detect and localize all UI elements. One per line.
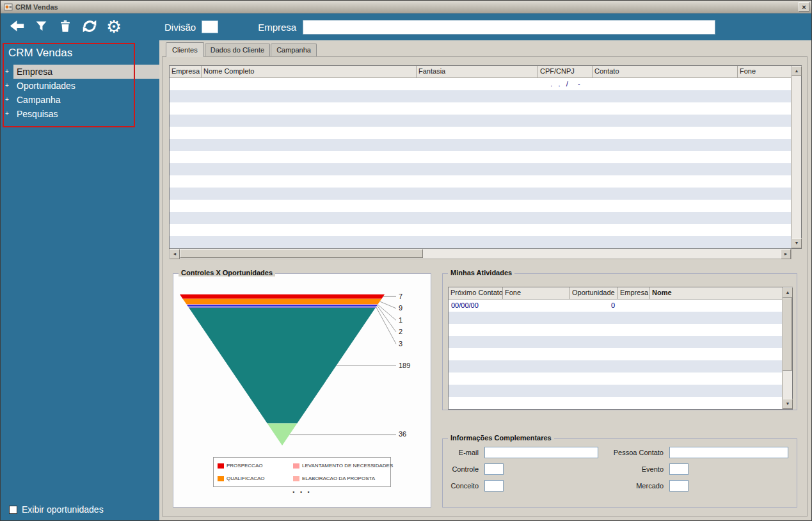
- scroll-right-button[interactable]: ►: [781, 249, 791, 259]
- legend-item: ELABORACAO DA PROPOSTA: [293, 476, 393, 481]
- empresa-search-input[interactable]: [303, 20, 715, 35]
- close-button[interactable]: ×: [799, 2, 809, 12]
- table-row[interactable]: [170, 151, 791, 163]
- table-row[interactable]: [170, 127, 791, 139]
- table-row[interactable]: [170, 212, 791, 224]
- mercado-field[interactable]: [669, 480, 689, 492]
- legend-label: PROSPECCAO: [227, 463, 262, 469]
- expand-plus-icon[interactable]: +: [5, 65, 9, 79]
- table-row[interactable]: [449, 385, 782, 397]
- column-header-empresa[interactable]: Empresa: [618, 287, 650, 300]
- pessoa-contato-field[interactable]: [669, 447, 788, 458]
- table-row[interactable]: [449, 336, 782, 348]
- table-row[interactable]: [170, 115, 791, 127]
- conceito-field[interactable]: [484, 480, 504, 492]
- column-header-fone[interactable]: Fone: [738, 66, 791, 78]
- column-header-proximo-contato[interactable]: Próximo Contato: [449, 287, 503, 300]
- app-window: CRM Vendas × ⚙ Divisão Empresa CRM Venda…: [0, 0, 812, 521]
- funnel-value-label: 7: [399, 293, 402, 300]
- column-header-fantasia[interactable]: Fantasia: [417, 66, 538, 78]
- scrollbar-track[interactable]: [783, 298, 792, 399]
- column-header-cpf-cnpj[interactable]: CPF/CNPJ: [538, 66, 593, 78]
- column-header-oportunidade[interactable]: Oportunidade: [570, 287, 618, 300]
- funnel-segment[interactable]: [186, 304, 378, 305]
- mercado-field-group: Mercado: [590, 480, 689, 492]
- tab-strip: Clientes Dados do Cliente Campanha: [166, 43, 811, 56]
- clients-grid-hscrollbar[interactable]: ◄ ►: [169, 249, 792, 259]
- filter-button[interactable]: [30, 16, 52, 38]
- evento-field-group: Evento: [590, 463, 689, 475]
- tab-dados-do-cliente[interactable]: Dados do Cliente: [205, 44, 270, 56]
- back-button[interactable]: [6, 16, 28, 38]
- table-row[interactable]: [449, 348, 782, 360]
- funnel-segment[interactable]: [180, 294, 385, 299]
- exibir-oportunidades-checkbox[interactable]: [9, 506, 17, 514]
- sidebar-item-label: Empresa: [13, 65, 159, 79]
- filter-funnel-icon: [35, 19, 48, 35]
- table-row[interactable]: . . / -: [170, 78, 791, 90]
- controle-field[interactable]: [484, 463, 504, 475]
- clients-grid-vscrollbar[interactable]: ▲ ▼: [791, 66, 801, 248]
- table-row[interactable]: [449, 360, 782, 373]
- table-row[interactable]: [449, 397, 782, 409]
- sidebar-item-empresa[interactable]: + Empresa: [1, 65, 159, 79]
- table-row[interactable]: [170, 175, 791, 188]
- sidebar-item-pesquisas[interactable]: + Pesquisas: [1, 107, 159, 121]
- scrollbar-thumb[interactable]: [180, 249, 423, 258]
- expand-plus-icon[interactable]: +: [5, 107, 9, 121]
- table-row[interactable]: [449, 373, 782, 385]
- funnel-segment[interactable]: [183, 299, 382, 305]
- sidebar-item-campanha[interactable]: + Campanha: [1, 93, 159, 107]
- scroll-down-button[interactable]: ▼: [783, 399, 793, 409]
- funnel-value-label: 3: [399, 340, 402, 348]
- email-label: E-mail: [448, 449, 479, 456]
- navigation-tree: + Empresa + Oportunidades + Campanha + P…: [1, 65, 159, 121]
- atividades-vscrollbar[interactable]: ▲ ▼: [782, 287, 792, 409]
- table-row[interactable]: [170, 224, 791, 236]
- table-row[interactable]: [170, 90, 791, 102]
- tab-campanha[interactable]: Campanha: [271, 44, 317, 56]
- pessoa-contato-field-group: Pessoa Contato: [590, 447, 788, 458]
- scrollbar-track[interactable]: [180, 249, 781, 258]
- title-bar: CRM Vendas ×: [1, 1, 811, 13]
- expand-plus-icon[interactable]: +: [5, 79, 9, 93]
- table-row[interactable]: [449, 312, 782, 324]
- table-row[interactable]: [170, 200, 791, 212]
- sidebar: CRM Vendas + Empresa + Oportunidades + C…: [1, 40, 159, 521]
- scrollbar-track[interactable]: [792, 76, 801, 238]
- clients-grid: Empresa Nome Completo Fantasia CPF/CNPJ …: [169, 65, 802, 249]
- legend-item: LEVANTAMENTO DE NECESSIDADES: [293, 463, 393, 469]
- table-row[interactable]: [170, 236, 791, 248]
- scroll-up-button[interactable]: ▲: [792, 66, 802, 76]
- tab-clientes[interactable]: Clientes: [166, 42, 204, 57]
- table-row[interactable]: [170, 188, 791, 200]
- legend-pagination-dots[interactable]: • • •: [173, 489, 431, 495]
- delete-button[interactable]: [54, 16, 76, 38]
- table-row[interactable]: [170, 139, 791, 151]
- groupbox-title: Controles X Oportunidades: [179, 269, 275, 277]
- divisao-input[interactable]: [202, 20, 218, 33]
- scroll-down-button[interactable]: ▼: [792, 238, 802, 248]
- table-row[interactable]: [170, 163, 791, 175]
- legend-swatch: [293, 463, 299, 469]
- column-header-nome[interactable]: Nome: [650, 287, 782, 300]
- table-row[interactable]: [170, 102, 791, 115]
- email-field[interactable]: [484, 447, 598, 458]
- funnel-segment[interactable]: [187, 305, 378, 306]
- column-header-fone[interactable]: Fone: [503, 287, 570, 300]
- scroll-left-button[interactable]: ◄: [170, 249, 180, 259]
- column-header-contato[interactable]: Contato: [593, 66, 738, 78]
- table-row[interactable]: 00/00/00 0: [449, 300, 782, 312]
- table-row[interactable]: [449, 324, 782, 336]
- refresh-button[interactable]: [79, 16, 100, 38]
- evento-field[interactable]: [669, 463, 689, 475]
- scrollbar-thumb[interactable]: [783, 298, 792, 371]
- atividades-rows: 00/00/00 0: [449, 300, 782, 409]
- settings-button[interactable]: ⚙: [103, 16, 125, 38]
- sidebar-item-oportunidades[interactable]: + Oportunidades: [1, 79, 159, 93]
- column-header-nome-completo[interactable]: Nome Completo: [202, 66, 417, 78]
- scroll-up-button[interactable]: ▲: [783, 287, 793, 298]
- column-header-empresa[interactable]: Empresa: [170, 66, 202, 78]
- funnel-segment[interactable]: [187, 306, 376, 308]
- expand-plus-icon[interactable]: +: [5, 93, 9, 107]
